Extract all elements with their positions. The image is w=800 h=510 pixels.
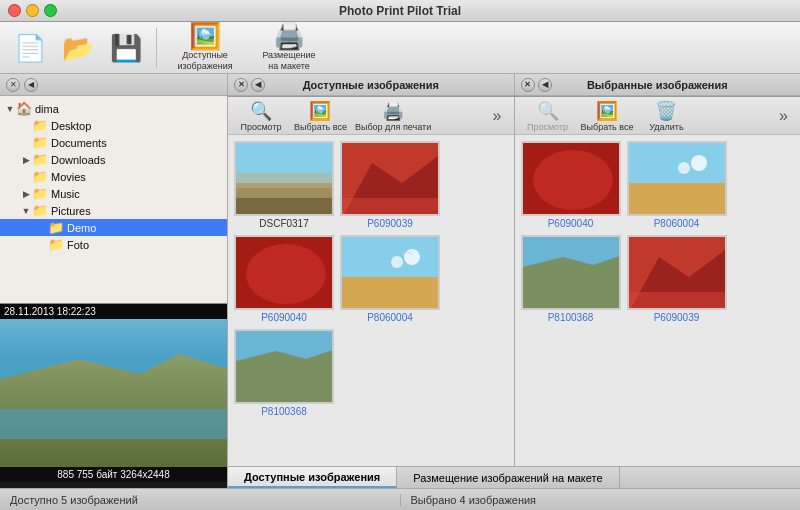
thumb-p6090040[interactable]: P6090040 (234, 235, 334, 323)
tree-item-root[interactable]: ▼ 🏠 dima (0, 100, 227, 117)
sidebar: ✕ ◀ ▼ 🏠 dima 📁 Desktop (0, 74, 228, 488)
tree-arrow-pictures: ▼ (20, 206, 32, 216)
right-select-all-icon: 🖼️ (596, 100, 618, 122)
panels-row: 🔍 Просмотр 🖼️ Выбрать все 🖨️ Выбор для п… (228, 97, 800, 466)
preview-timestamp: 28.11.2013 18:22:23 (0, 304, 227, 319)
content-area: ✕ ◀ Доступные изображения ✕ ◀ Выбранные … (228, 74, 800, 488)
right-preview-label: Просмотр (527, 122, 568, 132)
layout-icon: 🖨️ (273, 23, 305, 49)
preview-image (0, 319, 227, 467)
tree-label-downloads: Downloads (51, 154, 105, 166)
svg-rect-24 (629, 143, 727, 183)
status-right-text: Выбрано 4 изображения (411, 494, 537, 506)
folder-icon-desktop: 📁 (32, 118, 48, 133)
open-button[interactable]: 📂 (56, 31, 100, 65)
svg-rect-15 (342, 277, 440, 310)
tree-label-movies: Movies (51, 171, 86, 183)
right-select-all-btn[interactable]: 🖼️ Выбрать все (581, 100, 634, 132)
tree-label-demo: Demo (67, 222, 96, 234)
selected-thumb-p6090040[interactable]: P6090040 (521, 141, 621, 229)
left-panel-more-btn[interactable]: » (489, 105, 506, 127)
left-preview-icon: 🔍 (250, 100, 272, 122)
preview-info: 885 755 байт 3264x2448 (0, 467, 227, 482)
right-preview-icon: 🔍 (537, 100, 559, 122)
maximize-button[interactable] (44, 4, 57, 17)
selected-thumb-p8100368[interactable]: P8100368 (521, 235, 621, 323)
svg-rect-25 (629, 183, 727, 216)
right-panel-more-btn[interactable]: » (775, 105, 792, 127)
tree-item-pictures[interactable]: ▼ 📁 Pictures (0, 202, 227, 219)
status-left: Доступно 5 изображений (0, 494, 401, 506)
left-panel-expand-btn[interactable]: ◀ (251, 78, 265, 92)
right-panel-header: ✕ ◀ Выбранные изображения (515, 74, 801, 96)
title-bar: Photo Print Pilot Trial (0, 0, 800, 22)
folder-icon-documents: 📁 (32, 135, 48, 150)
tree-arrow-downloads: ▶ (20, 155, 32, 165)
thumb-label-dscf0317: DSCF0317 (259, 218, 308, 229)
content-tabs: Доступные изображения Размещение изображ… (228, 466, 800, 488)
tab-layout[interactable]: Размещение изображений на макете (397, 467, 619, 488)
close-button[interactable] (8, 4, 21, 17)
layout-button[interactable]: 🖨️ Размещение на макете (249, 19, 329, 76)
svg-point-26 (691, 155, 707, 171)
tab-available-images[interactable]: Доступные изображения (228, 467, 397, 488)
window-title: Photo Print Pilot Trial (339, 4, 461, 18)
tree-item-music[interactable]: ▶ 📁 Music (0, 185, 227, 202)
right-panel-title: Выбранные изображения (587, 79, 728, 91)
svg-point-13 (246, 244, 326, 304)
left-panel: 🔍 Просмотр 🖼️ Выбрать все 🖨️ Выбор для п… (228, 97, 515, 466)
thumb-p8100368[interactable]: P8100368 (234, 329, 334, 417)
right-panel-images: P6090040 (515, 135, 801, 466)
available-images-label: Доступные изображения (177, 50, 232, 72)
sidebar-expand-btn[interactable]: ◀ (24, 78, 38, 92)
right-panel-controls: ✕ ◀ (521, 78, 552, 92)
left-panel-controls: ✕ ◀ (234, 78, 265, 92)
available-images-icon: 🖼️ (189, 23, 221, 49)
thumb-p6090039[interactable]: P6090039 (340, 141, 440, 229)
available-images-button[interactable]: 🖼️ Доступные изображения (165, 19, 245, 76)
new-button[interactable]: 📄 (8, 31, 52, 65)
right-panel-close-btn[interactable]: ✕ (521, 78, 535, 92)
svg-point-23 (533, 150, 613, 210)
thumb-p8060004[interactable]: P8060004 (340, 235, 440, 323)
minimize-button[interactable] (26, 4, 39, 17)
right-preview-btn[interactable]: 🔍 Просмотр (523, 100, 573, 132)
thumb-label-p8060004: P8060004 (367, 312, 413, 323)
sidebar-close-btn[interactable]: ✕ (6, 78, 20, 92)
right-select-all-label: Выбрать все (581, 122, 634, 132)
tree-item-desktop[interactable]: 📁 Desktop (0, 117, 227, 134)
left-panel-toolbar: 🔍 Просмотр 🖼️ Выбрать все 🖨️ Выбор для п… (228, 97, 514, 135)
left-preview-btn[interactable]: 🔍 Просмотр (236, 100, 286, 132)
left-select-all-btn[interactable]: 🖼️ Выбрать все (294, 100, 347, 132)
svg-rect-7 (236, 173, 334, 188)
selected-thumb-label-p8100368: P8100368 (548, 312, 594, 323)
left-preview-label: Просмотр (240, 122, 281, 132)
svg-rect-6 (236, 198, 334, 216)
tree-item-downloads[interactable]: ▶ 📁 Downloads (0, 151, 227, 168)
tree-label-root: dima (35, 103, 59, 115)
right-panel-expand-btn[interactable]: ◀ (538, 78, 552, 92)
selected-thumb-p6090039[interactable]: P6090039 (627, 235, 727, 323)
toolbar: 📄 📂 💾 🖼️ Доступные изображения 🖨️ Размещ… (0, 22, 800, 74)
thumb-label-p8100368: P8100368 (261, 406, 307, 417)
toolbar-separator (156, 28, 157, 68)
tree-arrow-root: ▼ (4, 104, 16, 114)
svg-rect-14 (342, 237, 440, 277)
right-delete-btn[interactable]: 🗑️ Удалить (641, 100, 691, 132)
left-select-print-btn[interactable]: 🖨️ Выбор для печати (355, 100, 431, 132)
selected-thumb-p8060004[interactable]: P8060004 (627, 141, 727, 229)
tree-item-demo[interactable]: 📁 Demo (0, 219, 227, 236)
tree-item-documents[interactable]: 📁 Documents (0, 134, 227, 151)
thumb-dscf0317[interactable]: DSCF0317 (234, 141, 334, 229)
tree-item-foto[interactable]: 📁 Foto (0, 236, 227, 253)
sidebar-header: ✕ ◀ (0, 74, 227, 96)
right-delete-icon: 🗑️ (655, 100, 677, 122)
folder-icon-music: 📁 (32, 186, 48, 201)
right-panel: 🔍 Просмотр 🖼️ Выбрать все 🗑️ Удалить » (515, 97, 801, 466)
left-panel-close-btn[interactable]: ✕ (234, 78, 248, 92)
tab-layout-label: Размещение изображений на макете (413, 472, 602, 484)
svg-point-27 (678, 162, 690, 174)
save-button[interactable]: 💾 (104, 31, 148, 65)
tree-item-movies[interactable]: 📁 Movies (0, 168, 227, 185)
svg-rect-3 (0, 409, 227, 439)
